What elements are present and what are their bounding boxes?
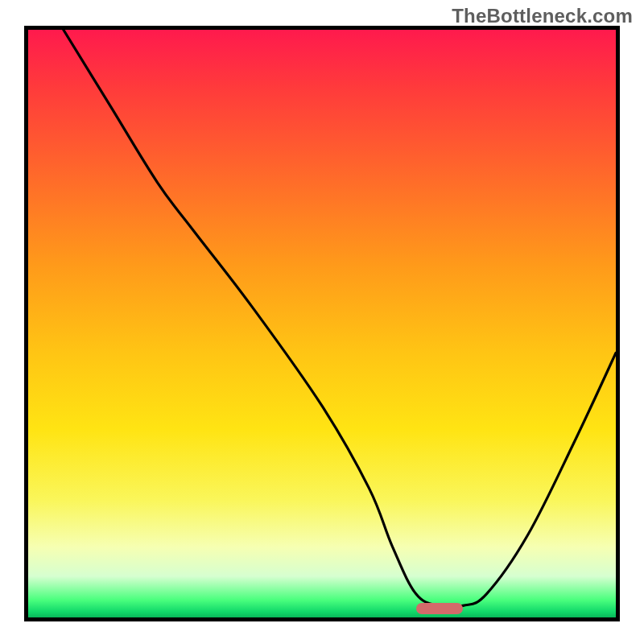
plot-area [24, 26, 620, 621]
chart-frame: TheBottleneck.com [0, 0, 644, 644]
optimal-range-marker [416, 603, 463, 614]
bottleneck-curve [28, 30, 616, 617]
watermark-label: TheBottleneck.com [452, 5, 633, 27]
